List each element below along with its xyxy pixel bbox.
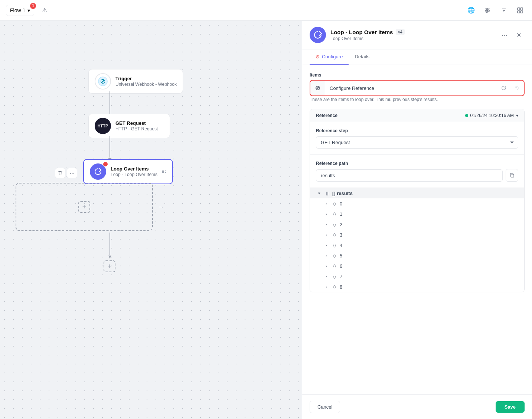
panel-body: Items Configure Reference — [302, 65, 532, 394]
panel-close-button[interactable]: ✕ — [513, 29, 525, 41]
save-button[interactable]: Save — [496, 401, 525, 413]
items-field: Items Configure Reference — [310, 72, 525, 103]
tab-details[interactable]: Details — [349, 49, 375, 65]
navbar: Flow 1 ▾ 1 ⚠ 🌐 — [0, 0, 532, 21]
panel-subtitle: Loop Over Items — [330, 36, 494, 41]
panel-header-actions: ⋯ ✕ — [499, 29, 525, 41]
flow-canvas[interactable]: Trigger Universal Webhook - Webhook ▼ HT… — [0, 21, 302, 419]
reference-date-selector[interactable]: 01/26/24 10:30:16 AM ▾ — [465, 113, 518, 118]
loop-icon — [90, 163, 106, 180]
resize-handle[interactable] — [165, 170, 166, 173]
tree-root-item[interactable]: ▾ [] [] results — [310, 188, 524, 198]
reference-input-icon — [310, 81, 325, 95]
tree-type-icon-5: () — [331, 254, 338, 258]
copy-path-button[interactable] — [506, 169, 518, 182]
tab-configure-error-icon: ⊙ — [316, 54, 320, 59]
connector-2 — [110, 136, 110, 157]
svg-point-3 — [486, 8, 487, 10]
reference-path-section: Reference path — [310, 155, 524, 188]
tree-item-3[interactable]: › () 3 — [310, 230, 524, 240]
loop-node-text: Loop Over Items Loop - Loop Over Items — [111, 166, 157, 177]
tree-root-type-icon: [] — [323, 191, 331, 195]
reference-step-select[interactable]: GET Request — [316, 136, 518, 149]
loop-over-items-node[interactable]: Loop Over Items Loop - Loop Over Items — [83, 159, 173, 184]
loop-node-title: Loop Over Items — [111, 166, 157, 172]
reference-label: Reference — [316, 113, 337, 118]
svg-point-4 — [487, 10, 489, 11]
more-options-button[interactable]: ⋯ — [67, 168, 77, 178]
get-request-node[interactable]: HTTP GET Request HTTP - GET Request — [88, 114, 170, 138]
tree-item-8[interactable]: › () 8 — [310, 282, 524, 292]
reference-date: 01/26/24 10:30:16 AM — [470, 113, 514, 118]
items-description: These are the items to loop over. This m… — [310, 96, 525, 103]
reference-input-wrapper: Configure Reference — [310, 80, 525, 96]
tree-label-1: 1 — [340, 211, 342, 217]
tree-item-1[interactable]: › () 1 — [310, 209, 524, 219]
tree-item-0[interactable]: › () 0 — [310, 198, 524, 209]
tree-type-icon-1: () — [331, 212, 338, 216]
loop-container: → + — [16, 183, 153, 231]
tree-root-chevron: ▾ — [316, 190, 322, 196]
svg-rect-12 — [520, 11, 523, 13]
tree-chevron-4: › — [323, 242, 329, 248]
tab-details-label: Details — [355, 54, 369, 59]
drag-handle[interactable] — [162, 170, 164, 173]
ref-path-wrapper — [316, 169, 518, 182]
svg-rect-14 — [511, 174, 514, 177]
cancel-button[interactable]: Cancel — [310, 401, 340, 413]
reference-step-section: Reference step GET Request — [310, 122, 524, 155]
flow-selector[interactable]: Flow 1 ▾ 1 — [6, 5, 34, 16]
tree-item-4[interactable]: › () 4 — [310, 240, 524, 250]
tree-label-8: 8 — [340, 284, 342, 290]
tree-type-icon-8: () — [331, 285, 338, 289]
tree-item-7[interactable]: › () 7 — [310, 271, 524, 282]
trigger-icon — [95, 73, 111, 90]
reference-path-input[interactable] — [316, 169, 503, 182]
reference-panel-header: Reference 01/26/24 10:30:16 AM ▾ — [310, 109, 524, 122]
tree-label-6: 6 — [340, 263, 342, 269]
warning-icon[interactable]: ⚠ — [39, 4, 50, 16]
panel-title-group: Loop - Loop Over Items v4 Loop Over Item… — [330, 29, 494, 41]
tree-item-5[interactable]: › () 5 — [310, 250, 524, 261]
version-badge: v4 — [396, 29, 405, 35]
connector-3 — [110, 233, 110, 255]
tree-item-2[interactable]: › () 2 — [310, 219, 524, 230]
reference-path-label: Reference path — [316, 161, 518, 166]
tab-configure[interactable]: ⊙ Configure — [310, 49, 349, 65]
connector-1 — [110, 91, 110, 114]
ref-green-dot — [465, 114, 468, 117]
tree-chevron-2: › — [323, 221, 329, 227]
tree-type-icon-2: () — [331, 223, 338, 227]
svg-rect-11 — [518, 11, 520, 13]
add-step-inside-loop[interactable]: + — [78, 201, 90, 213]
tree-label-0: 0 — [340, 201, 342, 207]
error-dot — [103, 162, 108, 166]
sliders-icon[interactable] — [482, 4, 493, 16]
panel-more-button[interactable]: ⋯ — [499, 29, 510, 41]
ref-rotate-button[interactable] — [497, 81, 510, 95]
items-label: Items — [310, 72, 525, 78]
reference-panel: Reference 01/26/24 10:30:16 AM ▾ Referen… — [310, 109, 525, 292]
tree-chevron-5: › — [323, 253, 329, 259]
tree-type-icon-0: () — [331, 202, 338, 206]
arrow-3: ▼ — [107, 254, 112, 260]
tree-item-6[interactable]: › () 6 — [310, 261, 524, 271]
chevron-down-icon-ref: ▾ — [516, 113, 518, 118]
reference-step-label: Reference step — [316, 128, 518, 133]
panel-header: Loop - Loop Over Items v4 Loop Over Item… — [302, 21, 532, 49]
ref-undo-button[interactable] — [510, 81, 524, 95]
filter-icon[interactable] — [498, 4, 510, 16]
tree-label-2: 2 — [340, 222, 342, 227]
delete-node-button[interactable] — [55, 168, 65, 178]
tree-label-5: 5 — [340, 253, 342, 259]
panel-loop-icon — [310, 27, 326, 43]
tree-chevron-1: › — [323, 211, 329, 217]
panel-footer: Cancel Save — [302, 394, 532, 419]
trigger-node-subtitle: Universal Webhook - Webhook — [115, 82, 177, 87]
configure-reference-text: Configure Reference — [325, 82, 497, 95]
tree-label-3: 3 — [340, 232, 342, 238]
globe-icon[interactable]: 🌐 — [465, 4, 477, 16]
trigger-node[interactable]: Trigger Universal Webhook - Webhook — [88, 69, 183, 94]
add-step-bottom[interactable]: + — [104, 260, 115, 272]
grid-icon[interactable] — [514, 4, 526, 16]
